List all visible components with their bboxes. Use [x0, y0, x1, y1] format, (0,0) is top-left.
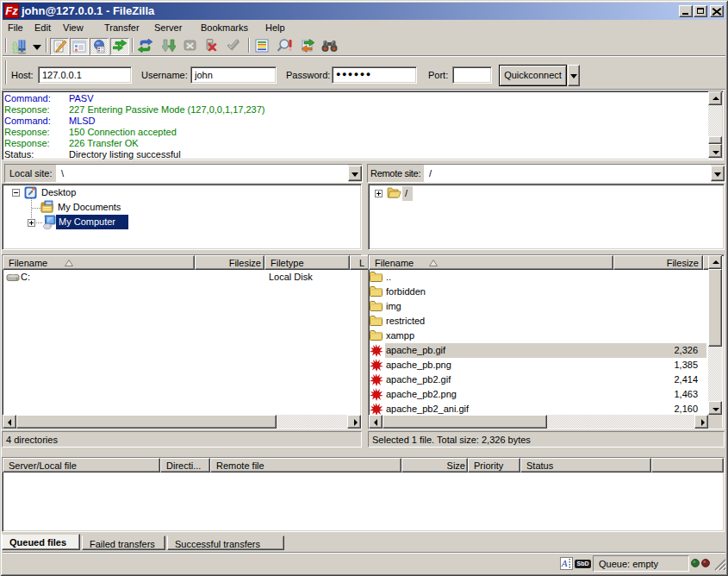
svg-text:A: A	[561, 558, 568, 568]
